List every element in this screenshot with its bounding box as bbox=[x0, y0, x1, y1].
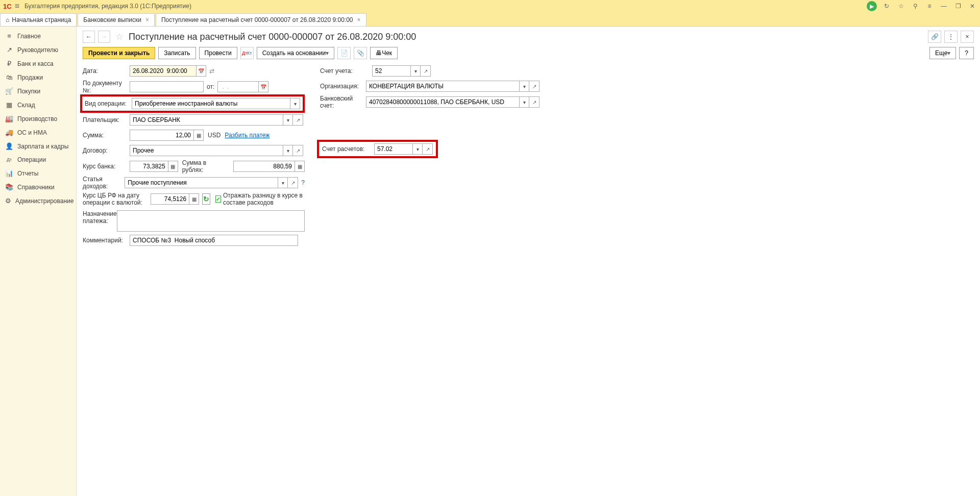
sumrub-label: Сумма в рублях: bbox=[182, 159, 229, 173]
swap-icon[interactable]: ⇄ bbox=[209, 67, 214, 75]
sum-input[interactable] bbox=[130, 130, 193, 141]
sidebar-item-bank[interactable]: ₽Банк и касса bbox=[0, 57, 76, 70]
favorite-icon[interactable]: ☆ bbox=[115, 31, 124, 42]
sidebar-item-admin[interactable]: ⚙Администрирование bbox=[0, 194, 76, 208]
account-input[interactable] bbox=[372, 65, 410, 77]
optype-input[interactable] bbox=[132, 98, 290, 109]
dropdown-icon[interactable]: ▾ bbox=[412, 143, 423, 155]
close-page-icon[interactable]: × bbox=[961, 31, 974, 43]
filter-icon[interactable]: ≡ bbox=[925, 2, 934, 11]
reflect-label: Отражать разницу в курсе в составе расхо… bbox=[223, 192, 305, 206]
bankrate-input[interactable] bbox=[130, 161, 168, 172]
home-icon: ⌂ bbox=[6, 16, 9, 23]
dropdown-icon[interactable]: ▾ bbox=[410, 65, 421, 77]
open-icon[interactable]: ↗ bbox=[288, 177, 298, 188]
restore-icon[interactable]: ❐ bbox=[953, 2, 963, 11]
dtkt-button[interactable]: ДтКт bbox=[240, 47, 254, 59]
attach-icon[interactable]: 📎 bbox=[354, 47, 367, 59]
forward-button[interactable]: → bbox=[98, 31, 110, 43]
list-icon: ≡ bbox=[5, 32, 13, 40]
dropdown-icon[interactable]: ▾ bbox=[519, 81, 529, 92]
help-link-icon[interactable]: ? bbox=[301, 179, 305, 186]
sidebar-item-sales[interactable]: 🛍Продажи bbox=[0, 70, 76, 84]
close-icon[interactable]: × bbox=[357, 16, 361, 23]
calc-icon[interactable]: ▦ bbox=[295, 161, 305, 172]
create-based-button[interactable]: Создать на основании bbox=[257, 47, 335, 59]
contract-label: Договор: bbox=[83, 147, 130, 154]
sumrub-input[interactable] bbox=[233, 161, 295, 172]
star-icon[interactable]: ☆ bbox=[896, 2, 905, 11]
bankacc-label: Банковский счет: bbox=[320, 95, 366, 109]
docno-input[interactable] bbox=[130, 81, 204, 92]
tab-bank-statements[interactable]: Банковские выписки × bbox=[78, 13, 155, 26]
check-button[interactable]: 🖶 Чек bbox=[370, 47, 398, 59]
open-icon[interactable]: ↗ bbox=[529, 96, 540, 108]
reflect-checkbox[interactable]: ✓ bbox=[215, 195, 221, 203]
income-input[interactable] bbox=[125, 177, 278, 188]
grid-icon: ▦ bbox=[5, 101, 13, 109]
cbr-input[interactable] bbox=[151, 193, 189, 205]
sidebar-item-main[interactable]: ≡Главное bbox=[0, 29, 76, 43]
calc-icon[interactable]: ▦ bbox=[193, 130, 204, 141]
dropdown-icon[interactable]: ▾ bbox=[278, 177, 288, 188]
minimize-icon[interactable]: — bbox=[939, 2, 948, 11]
post-close-button[interactable]: Провести и закрыть bbox=[83, 47, 155, 59]
from-date-input[interactable] bbox=[217, 81, 258, 92]
dropdown-icon[interactable]: ▾ bbox=[283, 145, 293, 156]
calc-icon[interactable]: ▦ bbox=[168, 161, 178, 172]
date-label: Дата: bbox=[83, 67, 130, 75]
document-icon[interactable]: 📄 bbox=[337, 47, 351, 59]
currency-label: USD bbox=[208, 132, 220, 139]
titlebar: 1С ≡ Бухгалтерия предприятия, редакция 3… bbox=[0, 0, 980, 12]
search-icon[interactable]: ⚲ bbox=[911, 2, 920, 11]
open-icon[interactable]: ↗ bbox=[421, 65, 431, 77]
dropdown-icon[interactable]: ▾ bbox=[290, 98, 300, 109]
payer-input[interactable] bbox=[130, 114, 283, 126]
calendar-icon[interactable]: 📅 bbox=[258, 81, 268, 92]
sidebar-item-manager[interactable]: ↗Руководителю bbox=[0, 43, 76, 57]
more-button[interactable]: Еще bbox=[929, 47, 956, 59]
sidebar-item-purchases[interactable]: 🛒Покупки bbox=[0, 84, 76, 98]
sidebar-item-catalogs[interactable]: 📚Справочники bbox=[0, 180, 76, 194]
purpose-textarea[interactable] bbox=[117, 210, 305, 232]
comment-input[interactable] bbox=[130, 235, 298, 246]
refresh-button[interactable]: ↻ bbox=[202, 193, 210, 205]
menu-icon[interactable]: ≡ bbox=[15, 2, 19, 11]
settle-input[interactable] bbox=[374, 143, 412, 155]
history-icon[interactable]: ↻ bbox=[882, 2, 891, 11]
dropdown-icon[interactable]: ▾ bbox=[519, 96, 529, 108]
sidebar-item-warehouse[interactable]: ▦Склад bbox=[0, 98, 76, 112]
close-window-icon[interactable]: ✕ bbox=[968, 2, 977, 11]
sidebar-item-production[interactable]: 🏭Производство bbox=[0, 112, 76, 126]
split-payment-link[interactable]: Разбить платеж bbox=[225, 132, 270, 139]
org-input[interactable] bbox=[366, 81, 519, 92]
tab-home[interactable]: ⌂ Начальная страница bbox=[0, 13, 77, 26]
dropdown-icon[interactable]: ▾ bbox=[283, 114, 293, 126]
kebab-icon[interactable]: ⋮ bbox=[944, 31, 958, 43]
contract-input[interactable] bbox=[130, 145, 283, 156]
date-input[interactable] bbox=[130, 65, 196, 77]
docno-label: По документу №: bbox=[83, 80, 130, 94]
open-icon[interactable]: ↗ bbox=[423, 143, 433, 155]
sidebar-item-assets[interactable]: 🚚ОС и НМА bbox=[0, 126, 76, 139]
open-icon[interactable]: ↗ bbox=[529, 81, 540, 92]
sidebar-item-reports[interactable]: 📊Отчеты bbox=[0, 166, 76, 180]
calendar-icon[interactable]: 📅 bbox=[196, 65, 206, 77]
chart-icon: ↗ bbox=[5, 46, 13, 54]
close-icon[interactable]: × bbox=[145, 16, 149, 23]
sidebar-item-salary[interactable]: 👤Зарплата и кадры bbox=[0, 139, 76, 153]
tab-home-label: Начальная страница bbox=[12, 16, 71, 23]
post-button[interactable]: Провести bbox=[199, 47, 237, 59]
calc-icon[interactable]: ▦ bbox=[189, 193, 199, 205]
link-icon[interactable]: 🔗 bbox=[928, 31, 941, 43]
tab-receipt[interactable]: Поступление на расчетный счет 0000-00000… bbox=[156, 13, 366, 26]
highlight-settle-account: Счет расчетов: ▾ ↗ bbox=[317, 140, 438, 158]
bankacc-input[interactable] bbox=[366, 96, 519, 108]
notification-icon[interactable]: ▶ bbox=[867, 1, 877, 11]
back-button[interactable]: ← bbox=[83, 31, 95, 43]
open-icon[interactable]: ↗ bbox=[293, 145, 303, 156]
sidebar-item-operations[interactable]: ДтОперации bbox=[0, 153, 76, 166]
save-button[interactable]: Записать bbox=[158, 47, 195, 59]
help-button[interactable]: ? bbox=[959, 47, 974, 59]
open-icon[interactable]: ↗ bbox=[293, 114, 303, 126]
